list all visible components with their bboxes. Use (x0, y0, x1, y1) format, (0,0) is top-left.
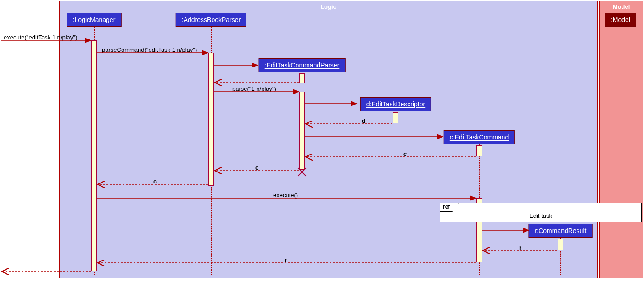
logic-frame: Logic (59, 1, 598, 278)
ref-label: Edit task (529, 212, 552, 219)
model-participant: :Model (605, 13, 636, 27)
destroy-icon (297, 167, 307, 177)
msg-ret-r1: r (519, 244, 521, 251)
commandresult-participant: r:CommandResult (529, 224, 593, 238)
msg-ret-d: d (362, 117, 365, 124)
msg-parsecommand: parseCommand("editTask 1 n/play") (102, 46, 197, 53)
edittaskdescriptor-activation (393, 112, 398, 123)
addressbookparser-activation (208, 53, 214, 186)
commandresult-activation (558, 239, 563, 250)
edittaskcommandparser-activation-2 (299, 92, 305, 170)
addressbookparser-participant: :AddressBookParser (176, 13, 246, 27)
msg-execute2: execute() (273, 192, 298, 199)
msg-ret-r2: r (285, 256, 287, 263)
ref-fragment: ref Edit task (440, 203, 642, 222)
msg-execute-in: execute("editTask 1 n/play") (4, 34, 77, 41)
msg-parse: parse("1 n/play") (232, 85, 276, 92)
edittaskcommandparser-participant: :EditTaskCommandParser (259, 58, 346, 72)
edittaskcommand-participant: c:EditTaskCommand (444, 130, 515, 144)
msg-ret-c2: c (255, 164, 258, 171)
model-lifeline (621, 27, 621, 275)
model-frame: Model (599, 1, 643, 278)
edittaskdescriptor-lifeline (396, 111, 396, 275)
msg-ret-c3: c (153, 178, 157, 185)
edittaskcommandparser-activation-1 (299, 73, 305, 83)
sequence-diagram: Logic Model :LogicManager :AddressBookPa… (0, 0, 644, 283)
edittaskcommand-activation-1 (476, 145, 482, 156)
logicmanager-participant: :LogicManager (67, 13, 122, 27)
ref-tag: ref (440, 203, 459, 212)
logic-frame-title: Logic (320, 3, 336, 10)
model-frame-title: Model (613, 3, 630, 10)
msg-ret-c1: c (403, 150, 407, 157)
edittaskdescriptor-participant: d:EditTaskDescriptor (360, 97, 431, 111)
logicmanager-activation (91, 40, 97, 271)
